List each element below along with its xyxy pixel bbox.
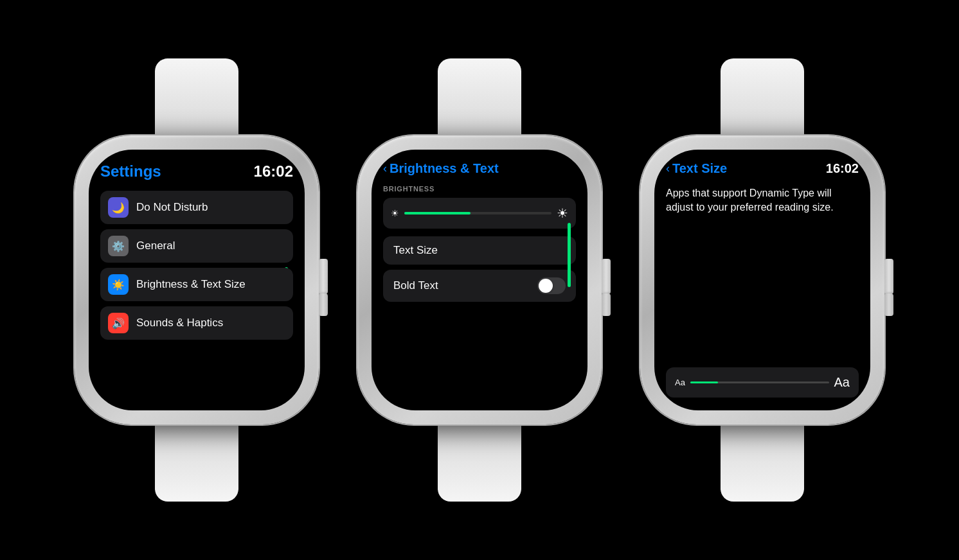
text-size-title: Text Size — [672, 161, 727, 176]
text-size-label: Text Size — [393, 244, 438, 257]
screen-content-2: ‹ Brightness & Text BRIGHTNESS ☀ ☀ Text … — [372, 150, 587, 410]
general-label: General — [136, 240, 175, 252]
sun-large-icon: ☀ — [557, 206, 568, 221]
brightness-section-label: BRIGHTNESS — [383, 185, 576, 193]
aa-large-label: Aa — [834, 375, 850, 390]
brightness-title: Brightness & Text — [390, 161, 499, 176]
general-icon: ⚙️ — [108, 236, 129, 256]
back-arrow-3[interactable]: ‹ — [666, 162, 670, 175]
band-top-1 — [155, 58, 238, 136]
watch-crown-2[interactable] — [602, 259, 611, 294]
back-arrow-2[interactable]: ‹ — [383, 162, 387, 175]
watch-button-2[interactable] — [602, 293, 611, 316]
watch-1: Settings 16:02 🌙 Do Not Disturb ⚙️ Gener… — [75, 58, 319, 502]
menu-item-sounds[interactable]: 🔊 Sounds & Haptics — [100, 306, 293, 340]
menu-item-dnd[interactable]: 🌙 Do Not Disturb — [100, 191, 293, 224]
menu-item-general[interactable]: ⚙️ General — [100, 229, 293, 263]
screen-content-3: ‹ Text Size 16:02 Apps that support Dyna… — [654, 150, 870, 410]
watch-body-3: ‹ Text Size 16:02 Apps that support Dyna… — [640, 136, 884, 424]
watch-button-1[interactable] — [319, 293, 328, 316]
band-bottom-3 — [721, 424, 804, 502]
toggle-knob — [539, 279, 553, 293]
watch-crown-3[interactable] — [884, 259, 893, 294]
watch-screen-3: ‹ Text Size 16:02 Apps that support Dyna… — [654, 150, 870, 410]
dnd-icon: 🌙 — [108, 197, 129, 218]
brightness-icon: ☀️ — [108, 274, 129, 295]
band-bottom-1 — [155, 424, 238, 502]
band-top-2 — [438, 58, 521, 136]
brightness-slider-track[interactable] — [404, 212, 551, 214]
brightness-slider-fill — [404, 212, 471, 214]
settings-time: 16:02 — [254, 162, 293, 180]
text-size-description: Apps that support Dynamic Type will adju… — [666, 186, 859, 354]
bold-text-toggle[interactable] — [537, 277, 566, 294]
watch-3: ‹ Text Size 16:02 Apps that support Dyna… — [640, 58, 884, 502]
band-top-3 — [721, 58, 804, 136]
text-size-slider-container[interactable]: Aa Aa — [666, 367, 859, 398]
brightness-label: Brightness & Text Size — [136, 278, 246, 291]
screen-content-1: Settings 16:02 🌙 Do Not Disturb ⚙️ Gener… — [89, 150, 305, 410]
brightness-nav-header: ‹ Brightness & Text — [383, 161, 576, 176]
band-bottom-2 — [438, 424, 521, 502]
sounds-icon: 🔊 — [108, 313, 129, 333]
text-size-slider-fill — [690, 381, 718, 383]
text-size-button[interactable]: Text Size — [383, 236, 576, 265]
watch-body-2: ‹ Brightness & Text BRIGHTNESS ☀ ☀ Text … — [357, 136, 602, 424]
sun-small-icon: ☀ — [391, 208, 399, 218]
sounds-label: Sounds & Haptics — [136, 317, 223, 329]
watch-screen-2: ‹ Brightness & Text BRIGHTNESS ☀ ☀ Text … — [372, 150, 587, 410]
bold-text-row: Bold Text — [383, 270, 576, 302]
aa-small-label: Aa — [675, 378, 685, 387]
text-size-time: 16:02 — [826, 161, 859, 176]
brightness-slider-container[interactable]: ☀ ☀ — [383, 198, 576, 229]
text-size-nav-header: ‹ Text Size 16:02 — [666, 161, 859, 176]
watch-crown-1[interactable] — [319, 259, 328, 294]
watch-button-3[interactable] — [884, 293, 893, 316]
watch-screen-1: Settings 16:02 🌙 Do Not Disturb ⚙️ Gener… — [89, 150, 305, 410]
nav-left-3: ‹ Text Size — [666, 161, 727, 176]
menu-item-brightness[interactable]: ☀️ Brightness & Text Size — [100, 268, 293, 301]
text-size-slider-track[interactable] — [690, 381, 829, 383]
settings-title: Settings — [100, 162, 161, 180]
watch-2: ‹ Brightness & Text BRIGHTNESS ☀ ☀ Text … — [357, 58, 602, 502]
dnd-label: Do Not Disturb — [136, 201, 208, 214]
bold-text-label: Bold Text — [393, 279, 438, 292]
brightness-bar — [568, 223, 571, 287]
watch-body-1: Settings 16:02 🌙 Do Not Disturb ⚙️ Gener… — [75, 136, 319, 424]
settings-header: Settings 16:02 — [100, 162, 293, 180]
